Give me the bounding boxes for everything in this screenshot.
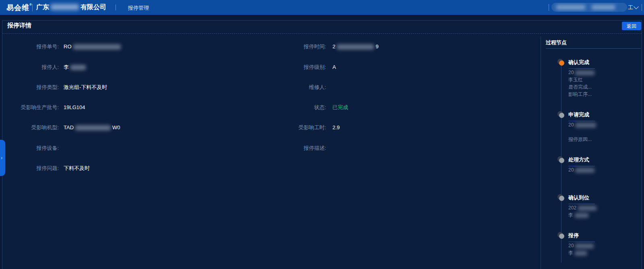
- dot-fill: [559, 234, 564, 239]
- form-row: 报停问题:下料不及时: [16, 165, 90, 172]
- timeline-node-content: 报停20李: [568, 232, 638, 257]
- timeline-node: 处理方式20: [557, 156, 638, 174]
- back-button[interactable]: 返回: [622, 22, 641, 30]
- value-text: 20: [568, 243, 574, 248]
- field-value: 下料不及时: [64, 165, 90, 171]
- field-label: 报停级别:: [266, 64, 326, 71]
- field-label: 报停类型:: [16, 84, 59, 91]
- nav-item-stop-report-management[interactable]: 报停管理: [128, 4, 149, 12]
- field-value: 激光组-下料不及时: [64, 84, 107, 90]
- drawer-expand-icon: ›: [1, 155, 2, 161]
- timeline-dot-icon: [557, 232, 565, 239]
- redacted-blur: [75, 125, 111, 130]
- value-text: TAD: [64, 124, 74, 130]
- redacted-blur: [575, 168, 594, 173]
- value-text: 2.9: [332, 124, 340, 130]
- redacted-blur: [578, 206, 597, 211]
- user-account-pill[interactable]: [551, 3, 627, 12]
- timeline-node-content: 申请完成20 报停原因...: [568, 111, 638, 143]
- form-row: 报停类型:激光组-下料不及时: [16, 84, 107, 91]
- value-text: 下料不及时: [64, 165, 90, 171]
- form-row: 报停描述:: [266, 145, 332, 152]
- navbar-divider: [642, 4, 642, 11]
- value-text: 是否完成...: [568, 84, 592, 90]
- timeline-node-detail: 李玉红: [568, 76, 638, 83]
- timeline-node-detail: 报停原因...: [568, 136, 638, 143]
- field-value: 29: [332, 43, 378, 50]
- navbar-divider: [32, 4, 33, 11]
- value-text: 李: [568, 250, 573, 256]
- field-label: 报停问题:: [16, 165, 59, 172]
- timeline-node: 确认完成20李玉红是否完成...影响工序...: [557, 58, 638, 98]
- form-row: 报停设备:: [16, 145, 64, 152]
- registered-mark: ®: [29, 3, 32, 6]
- timeline-dot-icon: [557, 111, 565, 118]
- drawer-expand-handle[interactable]: ›: [0, 140, 5, 176]
- form-row: 报停人:李: [16, 64, 87, 71]
- form-row: 受影响生产批号:19LG104: [16, 104, 85, 111]
- navbar-divider: [549, 4, 549, 11]
- value-text: W0: [112, 124, 120, 130]
- dot-fill: [559, 158, 564, 163]
- redacted-company-name: [51, 4, 79, 10]
- field-label: 报停人:: [16, 64, 59, 71]
- timeline-node-title: 申请完成: [568, 111, 638, 119]
- value-text: RO: [64, 43, 72, 50]
- timeline-node-detail: 20: [568, 242, 638, 249]
- logo-text: 易会维: [6, 4, 29, 12]
- value-text: 激光组-下料不及时: [64, 84, 107, 90]
- chevron-down-icon[interactable]: [634, 4, 639, 9]
- timeline-active-dot-icon: [557, 59, 565, 66]
- timeline-node-detail: 李: [568, 249, 638, 257]
- redacted-blur: [337, 44, 374, 50]
- app-root: 易会维® 广东有限公司 报停管理 工 报停详情 返回 报停单号:RO报停人:李报…: [0, 0, 644, 269]
- field-value: 2.9: [332, 124, 340, 130]
- timeline-dot-icon: [557, 156, 565, 163]
- timeline-node-detail: 影响工序...: [568, 91, 638, 98]
- form-row: 报停级别:A: [266, 64, 336, 71]
- navbar-divider: [116, 4, 116, 10]
- field-label: 状态:: [266, 104, 326, 111]
- company-name-prefix: 广东: [36, 4, 49, 10]
- timeline-node-content: 确认完成20李玉红是否完成...影响工序...: [568, 58, 638, 98]
- timeline-node-detail: 20: [568, 166, 638, 174]
- value-text: A: [332, 64, 336, 70]
- timeline-node-title: 报停: [568, 232, 638, 240]
- field-label: 维修人:: [266, 84, 326, 91]
- dot-fill: [559, 196, 564, 201]
- field-label: 报停单号:: [16, 43, 59, 50]
- value-text: 李玉红: [568, 77, 583, 83]
- redacted-blur: [73, 44, 121, 50]
- field-label: 报停描述:: [266, 145, 326, 152]
- value-text: 已完成: [332, 104, 348, 110]
- dot-fill: [559, 113, 564, 118]
- form-row: 状态:已完成: [266, 104, 348, 111]
- value-text: 李: [568, 212, 573, 218]
- process-panel-title: 过程节点: [546, 39, 567, 46]
- timeline-node-title: 确认到位: [568, 194, 638, 202]
- redacted-user-info: [556, 5, 585, 10]
- value-text: 影响工序...: [568, 91, 592, 97]
- field-label: 受影响生产批号:: [16, 104, 59, 111]
- page-title: 报停详情: [7, 22, 31, 29]
- redacted-blur: [70, 65, 86, 70]
- redacted-blur: [575, 213, 588, 218]
- timeline-node-detail: 是否完成...: [568, 83, 638, 91]
- field-value: TADW0: [64, 124, 120, 130]
- dashed-divider: [2, 33, 642, 34]
- field-value: 李: [64, 64, 87, 70]
- redacted-blur: [575, 251, 587, 256]
- timeline-node-detail: 20: [568, 69, 638, 76]
- top-navbar: 易会维® 广东有限公司 报停管理 工: [0, 0, 644, 15]
- timeline-node-content: 确认到位202李: [568, 194, 638, 219]
- timeline-node: 确认到位202李: [557, 194, 638, 219]
- form-row: 维修人:: [266, 84, 332, 91]
- field-value: A: [332, 64, 336, 70]
- dot-fill: [559, 60, 564, 66]
- process-panel-divider: [541, 36, 541, 269]
- value-text: 20: [568, 122, 574, 128]
- timeline-node-detail: 20: [568, 121, 638, 128]
- user-text: 工: [628, 4, 633, 11]
- redacted-user-info: [592, 5, 615, 10]
- value-text: 报停原因...: [568, 137, 592, 142]
